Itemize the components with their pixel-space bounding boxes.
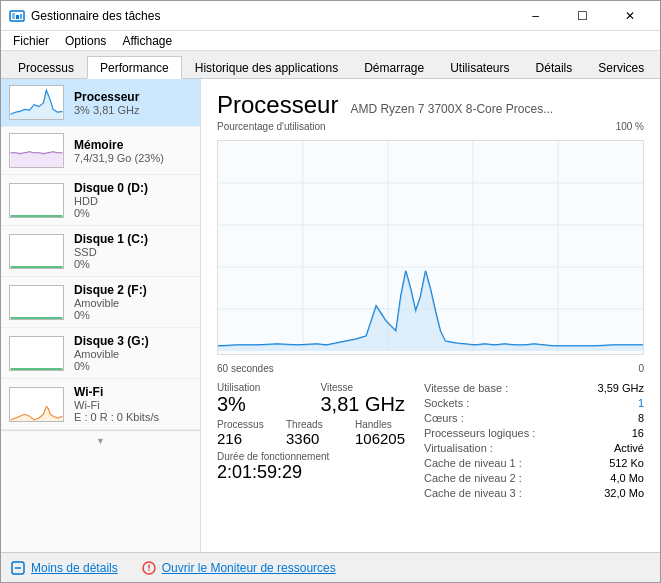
sidebar-item-disk2[interactable]: Disque 2 (F:) Amovible 0% (1, 277, 200, 328)
spec-cache2: Cache de niveau 2 : 4,0 Mo (424, 472, 644, 484)
disk3-thumb (9, 336, 64, 371)
detail-panel: Processeur AMD Ryzen 7 3700X 8-Core Proc… (201, 79, 660, 552)
moniteur-link[interactable]: Ouvrir le Moniteur de ressources (142, 561, 336, 575)
tab-details[interactable]: Détails (523, 56, 586, 78)
tab-historique[interactable]: Historique des applications (182, 56, 351, 78)
disk2-name: Disque 2 (F:) (74, 283, 192, 297)
sidebar: Processeur 3% 3,81 GHz Mémoire 7,4/31,9 … (1, 79, 201, 552)
memory-sub: 7,4/31,9 Go (23%) (74, 152, 192, 164)
chart-x-label: 60 secondes (217, 363, 274, 374)
wifi-name: Wi-Fi (74, 385, 192, 399)
close-button[interactable]: ✕ (607, 1, 652, 31)
tab-utilisateurs[interactable]: Utilisateurs (437, 56, 522, 78)
sidebar-item-cpu[interactable]: Processeur 3% 3,81 GHz (1, 79, 200, 127)
disk1-pct: 0% (74, 258, 192, 270)
title-bar: Gestionnaire des tâches – ☐ ✕ (1, 1, 660, 31)
stats-mid: Processus 216 Threads 3360 Handles 10620… (217, 419, 424, 447)
maximize-button[interactable]: ☐ (560, 1, 605, 31)
disk3-name: Disque 3 (G:) (74, 334, 192, 348)
disk2-thumb (9, 285, 64, 320)
spec-proc-logiques: Processeurs logiques : 16 (424, 427, 644, 439)
menu-options[interactable]: Options (57, 32, 114, 50)
stat-vitesse-value: 3,81 GHz (321, 393, 409, 415)
menu-bar: Fichier Options Affichage (1, 31, 660, 51)
disk2-info: Disque 2 (F:) Amovible 0% (74, 283, 192, 321)
stat-utilisation-label: Utilisation (217, 382, 305, 393)
moins-details-link[interactable]: Moins de détails (11, 561, 118, 575)
spec-sockets-label: Sockets : (424, 397, 469, 409)
stat-handles-label: Handles (355, 419, 408, 430)
spec-cache2-label: Cache de niveau 2 : (424, 472, 522, 484)
stat-threads-value: 3360 (286, 430, 339, 447)
memory-info: Mémoire 7,4/31,9 Go (23%) (74, 138, 192, 164)
moins-details-icon (11, 561, 25, 575)
svg-marker-5 (11, 152, 63, 167)
disk3-info: Disque 3 (G:) Amovible 0% (74, 334, 192, 372)
stat-handles-value: 106205 (355, 430, 408, 447)
bottom-bar: Moins de détails Ouvrir le Moniteur de r… (1, 552, 660, 582)
stat-threads: Threads 3360 (286, 419, 339, 447)
disk0-thumb (9, 183, 64, 218)
minimize-button[interactable]: – (513, 1, 558, 31)
chart-label-bottom: 60 secondes 0 (217, 363, 644, 374)
menu-affichage[interactable]: Affichage (114, 32, 180, 50)
spec-virtualisation: Virtualisation : Activé (424, 442, 644, 454)
stat-handles: Handles 106205 (355, 419, 408, 447)
detail-title: Processeur (217, 91, 338, 119)
spec-cache1-label: Cache de niveau 1 : (424, 457, 522, 469)
sidebar-item-disk1[interactable]: Disque 1 (C:) SSD 0% (1, 226, 200, 277)
sidebar-item-disk3[interactable]: Disque 3 (G:) Amovible 0% (1, 328, 200, 379)
menu-fichier[interactable]: Fichier (5, 32, 57, 50)
detail-subtitle: AMD Ryzen 7 3700X 8-Core Proces... (350, 102, 553, 116)
sidebar-item-disk0[interactable]: Disque 0 (D:) HDD 0% (1, 175, 200, 226)
disk0-info: Disque 0 (D:) HDD 0% (74, 181, 192, 219)
chart-label-top: Pourcentage d'utilisation 100 % (217, 121, 644, 132)
spec-vitesse-base: Vitesse de base : 3,59 GHz (424, 382, 644, 394)
spec-coeurs-value: 8 (638, 412, 644, 424)
disk3-type: Amovible (74, 348, 192, 360)
cpu-thumb (9, 85, 64, 120)
spec-cache3-value: 32,0 Mo (604, 487, 644, 499)
spec-vitesse-base-label: Vitesse de base : (424, 382, 508, 394)
main-content: Processeur 3% 3,81 GHz Mémoire 7,4/31,9 … (1, 79, 660, 552)
spec-sockets-value: 1 (638, 397, 644, 409)
stat-processus: Processus 216 (217, 419, 270, 447)
app-icon (9, 8, 25, 24)
sidebar-item-memory[interactable]: Mémoire 7,4/31,9 Go (23%) (1, 127, 200, 175)
spec-virtualisation-label: Virtualisation : (424, 442, 493, 454)
spec-virtualisation-value: Activé (614, 442, 644, 454)
tab-processus[interactable]: Processus (5, 56, 87, 78)
chart-x-end: 0 (638, 363, 644, 374)
stats-area: Utilisation 3% Vitesse 3,81 GHz Processu… (217, 382, 644, 502)
moniteur-icon (142, 561, 156, 575)
stat-utilisation: Utilisation 3% (217, 382, 305, 415)
disk0-name: Disque 0 (D:) (74, 181, 192, 195)
tab-performance[interactable]: Performance (87, 56, 182, 79)
window-controls: – ☐ ✕ (513, 1, 652, 31)
stats-top: Utilisation 3% Vitesse 3,81 GHz (217, 382, 424, 415)
memory-thumb (9, 133, 64, 168)
spec-cache3: Cache de niveau 3 : 32,0 Mo (424, 487, 644, 499)
disk1-info: Disque 1 (C:) SSD 0% (74, 232, 192, 270)
spec-coeurs-label: Cœurs : (424, 412, 464, 424)
stat-duree-value: 2:01:59:29 (217, 462, 424, 483)
cpu-chart (217, 140, 644, 355)
spec-proc-logiques-value: 16 (632, 427, 644, 439)
sidebar-item-wifi[interactable]: Wi-Fi Wi-Fi E : 0 R : 0 Kbits/s (1, 379, 200, 430)
stat-vitesse: Vitesse 3,81 GHz (321, 382, 409, 415)
specs-panel: Vitesse de base : 3,59 GHz Sockets : 1 C… (424, 382, 644, 502)
svg-point-20 (148, 569, 150, 571)
tab-bar: Processus Performance Historique des app… (1, 51, 660, 79)
cpu-sub: 3% 3,81 GHz (74, 104, 192, 116)
app-title: Gestionnaire des tâches (31, 9, 160, 23)
svg-rect-2 (16, 15, 19, 19)
disk0-type: HDD (74, 195, 192, 207)
disk1-type: SSD (74, 246, 192, 258)
tab-services[interactable]: Services (585, 56, 657, 78)
tab-demarrage[interactable]: Démarrage (351, 56, 437, 78)
svg-rect-1 (12, 13, 15, 19)
spec-proc-logiques-label: Processeurs logiques : (424, 427, 535, 439)
svg-marker-15 (218, 271, 643, 351)
scroll-down-arrow[interactable]: ▼ (96, 436, 105, 446)
spec-cache1-value: 512 Ko (609, 457, 644, 469)
